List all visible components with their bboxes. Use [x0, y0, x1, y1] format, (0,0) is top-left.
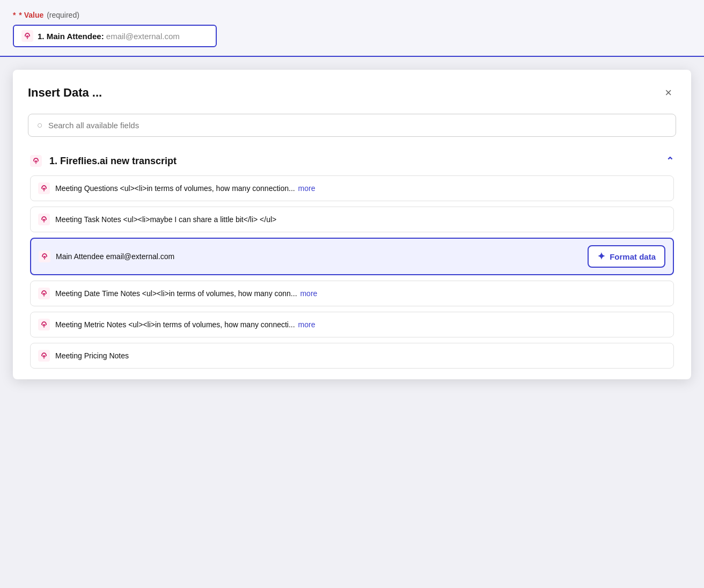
required-label: (required) [47, 11, 79, 19]
items-list: Meeting Questions <ul><li>in terms of vo… [28, 175, 676, 369]
format-data-icon: ✦ [597, 251, 605, 262]
section-title: 1. Fireflies.ai new transcript [49, 156, 177, 167]
item-fireflies-icon [39, 251, 50, 262]
item-left: Main Attendee email@external.com [39, 251, 582, 262]
chevron-up-icon[interactable]: ⌃ [666, 155, 674, 167]
modal-title: Insert Data ... [28, 86, 102, 100]
item-text: Meeting Questions <ul><li>in terms of vo… [55, 184, 315, 193]
item-left: Meeting Pricing Notes [38, 350, 666, 362]
item-left: Meeting Metric Notes <ul><li>in terms of… [38, 319, 666, 330]
input-placeholder-text: email@external.com [104, 32, 180, 41]
format-data-button[interactable]: ✦ Format data [588, 245, 665, 268]
section-header: 1. Fireflies.ai new transcript ⌃ [28, 150, 676, 175]
section-fireflies: 1. Fireflies.ai new transcript ⌃ [28, 150, 676, 369]
search-input[interactable] [48, 121, 667, 130]
item-text: Meeting Date Time Notes <ul><li>in terms… [55, 289, 317, 298]
page-wrapper: * * Value (required) 1. Main Attendee: e… [0, 0, 704, 588]
value-label-text: * Value [19, 11, 43, 19]
item-text: Meeting Task Notes <ul><li>maybe I can s… [55, 215, 276, 224]
required-star: * [13, 11, 16, 19]
search-bar[interactable]: ○ [28, 114, 676, 137]
section-title-text: Fireflies.ai new transcript [60, 156, 177, 166]
item-fireflies-icon [38, 182, 50, 194]
list-item-selected[interactable]: Main Attendee email@external.com ✦ Forma… [30, 238, 674, 275]
close-button[interactable]: × [661, 85, 676, 101]
value-label: * * Value (required) [13, 11, 691, 19]
list-item[interactable]: Meeting Pricing Notes [30, 343, 674, 369]
list-item[interactable]: Meeting Questions <ul><li>in terms of vo… [30, 175, 674, 201]
item-fireflies-icon [38, 214, 50, 225]
section-fireflies-icon [30, 155, 42, 167]
item-left: Meeting Task Notes <ul><li>maybe I can s… [38, 214, 666, 225]
item-fireflies-icon [38, 319, 50, 330]
more-link[interactable]: more [300, 289, 317, 298]
top-bar: * * Value (required) 1. Main Attendee: e… [0, 0, 704, 57]
value-input-text: 1. Main Attendee: email@external.com [38, 32, 180, 41]
section-number: 1. [49, 156, 57, 166]
item-left: Meeting Date Time Notes <ul><li>in terms… [38, 288, 666, 299]
fireflies-icon [21, 30, 33, 42]
list-item[interactable]: Meeting Date Time Notes <ul><li>in terms… [30, 281, 674, 306]
section-header-left: 1. Fireflies.ai new transcript [30, 155, 177, 167]
insert-data-modal: Insert Data ... × ○ [13, 70, 691, 379]
list-item[interactable]: Meeting Task Notes <ul><li>maybe I can s… [30, 207, 674, 232]
value-input-box[interactable]: 1. Main Attendee: email@external.com [13, 25, 217, 47]
item-text: Meeting Metric Notes <ul><li>in terms of… [55, 320, 315, 329]
input-bold-text: 1. Main Attendee: [38, 32, 104, 41]
item-left: Meeting Questions <ul><li>in terms of vo… [38, 182, 666, 194]
search-icon: ○ [37, 120, 43, 131]
format-data-label: Format data [610, 252, 656, 261]
more-link[interactable]: more [298, 184, 316, 193]
item-fireflies-icon [38, 288, 50, 299]
list-item[interactable]: Meeting Metric Notes <ul><li>in terms of… [30, 312, 674, 337]
modal-header: Insert Data ... × [28, 85, 676, 101]
item-text: Meeting Pricing Notes [55, 351, 129, 360]
more-link[interactable]: more [298, 320, 316, 329]
item-text: Main Attendee email@external.com [56, 252, 174, 261]
item-fireflies-icon [38, 350, 50, 362]
